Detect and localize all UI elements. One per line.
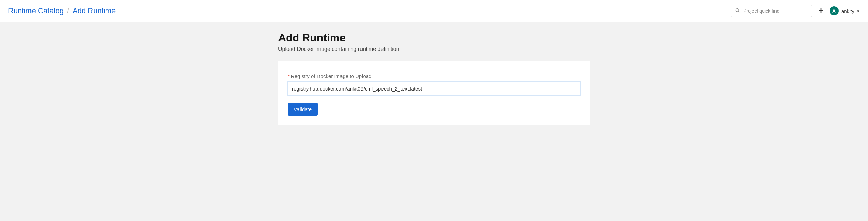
caret-down-icon: ▼	[856, 9, 860, 13]
container: Add Runtime Upload Docker image containi…	[278, 32, 590, 125]
avatar: A	[830, 6, 839, 15]
registry-field-label: *Registry of Docker Image to Upload	[288, 73, 580, 79]
validate-button[interactable]: Validate	[288, 103, 318, 116]
user-menu[interactable]: A ankity ▼	[830, 6, 860, 15]
add-button[interactable]	[818, 7, 824, 15]
header-actions: A ankity ▼	[731, 5, 860, 17]
svg-rect-3	[819, 10, 823, 11]
search-wrap	[731, 5, 812, 17]
breadcrumb-root-link[interactable]: Runtime Catalog	[8, 6, 64, 15]
page-subtitle: Upload Docker image containing runtime d…	[278, 46, 590, 52]
breadcrumb-separator: /	[64, 6, 73, 15]
form-card: *Registry of Docker Image to Upload Vali…	[278, 61, 590, 125]
main-area: Add Runtime Upload Docker image containi…	[0, 22, 868, 221]
header: Runtime Catalog / Add Runtime A ankity ▼	[0, 0, 868, 22]
user-name: ankity	[841, 8, 854, 14]
registry-input[interactable]	[288, 82, 580, 95]
required-star: *	[288, 73, 290, 79]
search-input[interactable]	[731, 5, 812, 17]
breadcrumb: Runtime Catalog / Add Runtime	[8, 6, 116, 15]
page-title: Add Runtime	[278, 32, 590, 44]
breadcrumb-current-link[interactable]: Add Runtime	[73, 6, 116, 15]
